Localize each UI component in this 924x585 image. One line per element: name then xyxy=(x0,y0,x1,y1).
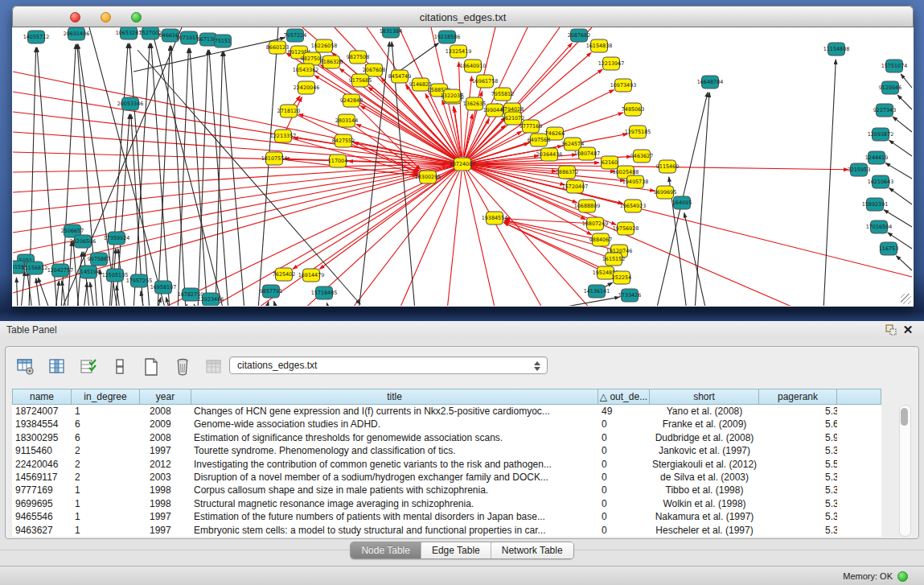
table-cell[interactable]: 1998 xyxy=(140,484,191,496)
table-cell[interactable]: 1997 xyxy=(140,524,191,537)
table-cell[interactable] xyxy=(837,471,881,484)
network-file-select[interactable]: citations_edges.txt xyxy=(229,356,548,374)
table-cell[interactable]: 5.3E-5 xyxy=(759,524,837,537)
table-cell[interactable] xyxy=(837,510,881,523)
scrollbar-thumb[interactable] xyxy=(901,408,908,426)
graph-node[interactable]: 15720407 xyxy=(562,180,589,193)
table-cell[interactable]: 1 xyxy=(72,524,140,537)
table-cell[interactable]: Genome-wide association studies in ADHD. xyxy=(191,418,598,431)
table-cell[interactable]: 5.3E-5 xyxy=(759,405,837,418)
table-cell[interactable]: 0 xyxy=(598,484,650,496)
graph-node[interactable]: 16961758 xyxy=(472,75,499,88)
table-cell[interactable] xyxy=(837,458,881,471)
graph-node[interactable]: 8660123 xyxy=(266,41,289,54)
table-cell[interactable]: Embryonic stem cells: a model to study s… xyxy=(191,524,598,537)
graph-node[interactable]: 9857791 xyxy=(260,285,282,298)
graph-node[interactable]: 19654923 xyxy=(620,200,647,212)
column-header-pagerank[interactable]: pagerank xyxy=(759,389,837,405)
graph-node[interactable]: 17957255 xyxy=(126,274,153,287)
table-cell[interactable]: Stergiakouli et al. (2012) xyxy=(650,458,759,471)
graph-node[interactable]: 12505135 xyxy=(102,269,129,282)
graph-node[interactable]: 16154838 xyxy=(586,39,613,52)
graph-node[interactable]: 7485063 xyxy=(622,103,644,116)
graph-node[interactable]: 9827508 xyxy=(347,51,369,64)
table-cell[interactable]: Tourette syndrome. Phenomenology and cla… xyxy=(191,444,598,457)
table-cell[interactable]: 1 xyxy=(72,484,140,496)
graph-node[interactable]: 9129946 xyxy=(879,81,901,94)
graph-node[interactable]: 9175685 xyxy=(349,74,372,87)
table-cell[interactable]: 1 xyxy=(72,405,140,418)
graph-node[interactable]: 8427552 xyxy=(332,134,355,147)
table-cell[interactable]: 18724007 xyxy=(12,405,72,418)
graph-node[interactable]: 22420046 xyxy=(294,81,320,94)
graph-node[interactable]: 19384554 xyxy=(482,212,508,225)
create-column-icon[interactable] xyxy=(141,356,162,377)
table-cell[interactable]: Wolkin et al. (1998) xyxy=(650,497,759,510)
graph-node[interactable]: 252254 xyxy=(612,271,631,284)
column-header-out_de[interactable]: △ out_de... xyxy=(598,389,650,405)
graph-node[interactable]: 15718485 xyxy=(311,286,338,299)
graph-node[interactable]: 9242848 xyxy=(340,94,363,107)
graph-node[interactable]: 75151 xyxy=(215,35,232,47)
table-cell[interactable]: Changes of HCN gene expression and I(f) … xyxy=(191,405,598,418)
table-cell[interactable]: 5.6E-5 xyxy=(759,418,837,431)
tab-node-table[interactable]: Node Table xyxy=(351,542,421,558)
table-cell[interactable]: 9699695 xyxy=(12,497,72,510)
table-cell[interactable] xyxy=(837,497,881,510)
table-cell[interactable]: 1998 xyxy=(140,497,191,510)
table-cell[interactable]: Estimation of the future numbers of pati… xyxy=(191,510,598,523)
graph-node[interactable]: 164095 xyxy=(672,196,692,209)
graph-node[interactable]: 8186328 xyxy=(320,56,343,68)
graph-node[interactable]: 7957224 xyxy=(284,29,306,42)
graph-node[interactable]: 3215953 xyxy=(848,163,870,176)
graph-node[interactable]: 18640910 xyxy=(460,60,487,72)
table-cell[interactable]: 2003 xyxy=(140,471,191,484)
table-cell[interactable]: Structural magnetic resonance image aver… xyxy=(191,497,598,510)
tab-network-table[interactable]: Network Table xyxy=(491,542,573,558)
graph-node[interactable]: 9884067 xyxy=(589,233,612,246)
network-view-window[interactable]: citations_edges.txt 18724007183002951938… xyxy=(12,6,914,307)
column-header-year[interactable]: year xyxy=(140,389,191,405)
graph-node[interactable]: 8454749 xyxy=(388,70,411,83)
tab-edge-table[interactable]: Edge Table xyxy=(421,542,491,558)
graph-node[interactable]: 9227343 xyxy=(873,104,896,117)
table-cell[interactable]: Investigating the contribution of common… xyxy=(191,458,598,471)
table-cell[interactable]: 2 xyxy=(72,444,140,457)
table-cell[interactable]: 1997 xyxy=(140,510,191,523)
graph-node[interactable]: 12213357 xyxy=(270,130,297,142)
column-header-name[interactable]: name xyxy=(12,389,72,405)
graph-node[interactable]: 2718120 xyxy=(277,105,300,117)
table-cell[interactable]: 1997 xyxy=(140,444,191,457)
graph-node[interactable]: 10973493 xyxy=(610,79,637,92)
graph-node[interactable]: 15751074 xyxy=(881,60,908,72)
table-row[interactable]: 946362711997Embryonic stem cells: a mode… xyxy=(12,524,881,537)
table-cell[interactable] xyxy=(837,405,881,418)
import-table-disabled-icon[interactable] xyxy=(203,356,224,377)
graph-node[interactable]: 18226058 xyxy=(311,39,338,52)
table-cell[interactable] xyxy=(837,524,881,537)
table-cell[interactable]: 0 xyxy=(598,471,650,484)
table-cell[interactable]: Disruption of a novel member of a sodium… xyxy=(191,471,598,484)
graph-node[interactable]: 9975887 xyxy=(88,253,110,266)
table-cell[interactable] xyxy=(837,431,881,444)
graph-node[interactable]: 20691406 xyxy=(64,27,90,40)
table-cell[interactable]: 0 xyxy=(598,431,650,444)
table-cell[interactable]: 5.3E-5 xyxy=(759,510,837,523)
graph-node[interactable]: 9463627 xyxy=(630,150,653,163)
table-row[interactable]: 977716911998Corpus callosum shape and si… xyxy=(12,484,881,496)
graph-node[interactable]: 12093872 xyxy=(868,128,894,141)
table-cell[interactable]: 9777169 xyxy=(12,484,72,496)
graph-node[interactable]: 9699695 xyxy=(654,186,676,199)
table-cell[interactable]: Nakamura et al. (1997) xyxy=(650,510,759,523)
table-cell[interactable]: Estimation of significance thresholds fo… xyxy=(191,431,598,444)
graph-node[interactable]: 17016504 xyxy=(866,220,893,233)
table-cell[interactable]: 0 xyxy=(598,524,650,537)
graph-node[interactable]: 18107554 xyxy=(261,152,288,165)
table-cell[interactable]: 5.3E-5 xyxy=(759,471,837,484)
graph-node[interactable]: 6497568 xyxy=(528,134,550,146)
graph-node[interactable]: 7955812 xyxy=(491,88,514,101)
graph-node[interactable]: 1733426 xyxy=(618,289,641,302)
table-cell[interactable]: 49 xyxy=(598,405,650,418)
table-cell[interactable]: Franke et al. (2009) xyxy=(650,418,759,431)
graph-node[interactable]: 19756928 xyxy=(613,222,639,235)
